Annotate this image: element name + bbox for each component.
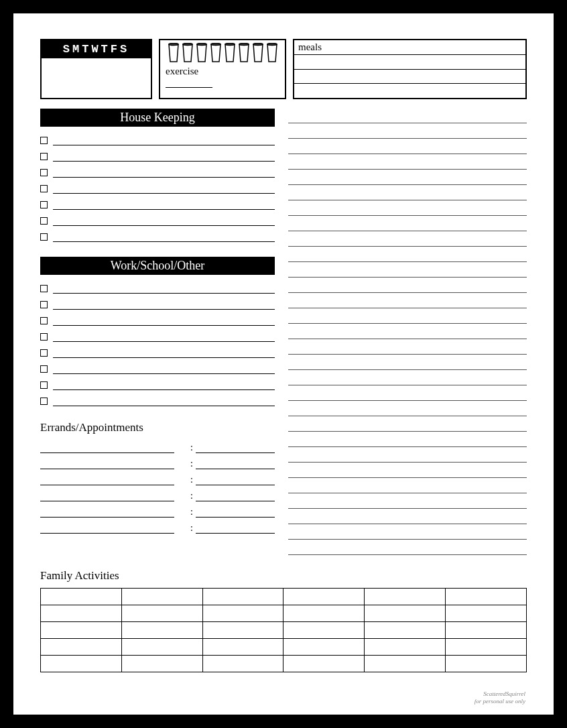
time-input-line[interactable] bbox=[196, 472, 275, 485]
checkbox[interactable] bbox=[40, 349, 48, 357]
notes-line[interactable] bbox=[288, 141, 527, 154]
notes-line[interactable] bbox=[288, 542, 527, 555]
notes-line[interactable] bbox=[288, 449, 527, 463]
checkbox[interactable] bbox=[40, 233, 48, 241]
time-input-line[interactable] bbox=[196, 504, 275, 518]
table-cell[interactable] bbox=[446, 605, 527, 622]
errand-input-line[interactable] bbox=[40, 504, 174, 518]
table-cell[interactable] bbox=[41, 622, 122, 639]
notes-line[interactable] bbox=[288, 480, 527, 493]
water-cup-icon[interactable] bbox=[224, 43, 236, 63]
water-cup-icon[interactable] bbox=[196, 43, 208, 63]
notes-line[interactable] bbox=[288, 125, 527, 139]
checkbox[interactable] bbox=[40, 301, 48, 308]
checklist-input-line[interactable] bbox=[53, 316, 275, 326]
checklist-input-line[interactable] bbox=[53, 184, 275, 194]
checkbox[interactable] bbox=[40, 381, 48, 389]
table-cell[interactable] bbox=[202, 622, 284, 639]
errand-input-line[interactable] bbox=[40, 520, 174, 534]
water-cup-icon[interactable] bbox=[210, 43, 222, 63]
table-cell[interactable] bbox=[365, 605, 446, 622]
notes-line[interactable] bbox=[288, 526, 527, 540]
errand-input-line[interactable] bbox=[40, 472, 174, 485]
table-cell[interactable] bbox=[284, 605, 365, 622]
exercise-input-line[interactable] bbox=[166, 81, 212, 88]
table-cell[interactable] bbox=[202, 589, 284, 605]
table-cell[interactable] bbox=[365, 656, 446, 672]
table-cell[interactable] bbox=[446, 656, 527, 672]
table-cell[interactable] bbox=[365, 622, 446, 639]
time-input-line[interactable] bbox=[196, 488, 275, 501]
table-cell[interactable] bbox=[446, 622, 527, 639]
notes-line[interactable] bbox=[288, 295, 527, 308]
checkbox[interactable] bbox=[40, 169, 48, 176]
notes-line[interactable] bbox=[288, 156, 527, 170]
checkbox[interactable] bbox=[40, 185, 48, 192]
meals-input-line[interactable] bbox=[294, 55, 525, 70]
notes-line[interactable] bbox=[288, 233, 527, 247]
water-cup-icon[interactable] bbox=[168, 43, 180, 63]
notes-line[interactable] bbox=[288, 310, 527, 324]
checkbox[interactable] bbox=[40, 285, 48, 292]
day-selector-box[interactable]: SMTWTFS bbox=[40, 39, 152, 99]
checklist-input-line[interactable] bbox=[53, 300, 275, 310]
checkbox[interactable] bbox=[40, 365, 48, 373]
water-cup-icon[interactable] bbox=[252, 43, 264, 63]
notes-line[interactable] bbox=[288, 387, 527, 401]
table-cell[interactable] bbox=[41, 589, 122, 605]
table-cell[interactable] bbox=[121, 605, 202, 622]
checklist-input-line[interactable] bbox=[53, 233, 275, 242]
water-cup-icon[interactable] bbox=[238, 43, 250, 63]
checklist-input-line[interactable] bbox=[53, 397, 275, 406]
notes-line[interactable] bbox=[288, 172, 527, 185]
table-cell[interactable] bbox=[446, 639, 527, 656]
checklist-input-line[interactable] bbox=[53, 136, 275, 145]
time-input-line[interactable] bbox=[196, 456, 275, 469]
errand-input-line[interactable] bbox=[40, 440, 174, 453]
checkbox[interactable] bbox=[40, 137, 48, 144]
meals-input-line[interactable] bbox=[294, 70, 525, 84]
notes-line[interactable] bbox=[288, 357, 527, 370]
checkbox[interactable] bbox=[40, 333, 48, 341]
table-cell[interactable] bbox=[41, 639, 122, 656]
checklist-input-line[interactable] bbox=[53, 217, 275, 226]
checklist-input-line[interactable] bbox=[53, 381, 275, 390]
notes-line[interactable] bbox=[288, 372, 527, 385]
table-cell[interactable] bbox=[284, 589, 365, 605]
notes-line[interactable] bbox=[288, 418, 527, 432]
notes-line[interactable] bbox=[288, 465, 527, 478]
notes-line[interactable] bbox=[288, 264, 527, 278]
table-cell[interactable] bbox=[121, 622, 202, 639]
checklist-input-line[interactable] bbox=[53, 365, 275, 374]
time-input-line[interactable] bbox=[196, 520, 275, 534]
errand-input-line[interactable] bbox=[40, 488, 174, 501]
notes-line[interactable] bbox=[288, 511, 527, 524]
notes-line[interactable] bbox=[288, 187, 527, 200]
notes-line[interactable] bbox=[288, 341, 527, 355]
table-cell[interactable] bbox=[446, 589, 527, 605]
notes-line[interactable] bbox=[288, 403, 527, 416]
table-cell[interactable] bbox=[284, 656, 365, 672]
notes-line[interactable] bbox=[288, 218, 527, 231]
checkbox[interactable] bbox=[40, 153, 48, 160]
checklist-input-line[interactable] bbox=[53, 168, 275, 178]
checkbox[interactable] bbox=[40, 201, 48, 208]
checkbox[interactable] bbox=[40, 217, 48, 225]
table-cell[interactable] bbox=[202, 656, 284, 672]
errand-input-line[interactable] bbox=[40, 456, 174, 469]
checklist-input-line[interactable] bbox=[53, 349, 275, 358]
table-cell[interactable] bbox=[202, 639, 284, 656]
checklist-input-line[interactable] bbox=[53, 152, 275, 162]
notes-line[interactable] bbox=[288, 495, 527, 509]
table-cell[interactable] bbox=[202, 605, 284, 622]
notes-line[interactable] bbox=[288, 249, 527, 262]
water-cup-icon[interactable] bbox=[182, 43, 194, 63]
table-cell[interactable] bbox=[284, 639, 365, 656]
water-cup-icon[interactable] bbox=[266, 43, 278, 63]
table-cell[interactable] bbox=[365, 639, 446, 656]
table-cell[interactable] bbox=[365, 589, 446, 605]
table-cell[interactable] bbox=[121, 656, 202, 672]
notes-line[interactable] bbox=[288, 280, 527, 293]
family-activities-table[interactable] bbox=[40, 588, 527, 672]
checklist-input-line[interactable] bbox=[53, 284, 275, 294]
